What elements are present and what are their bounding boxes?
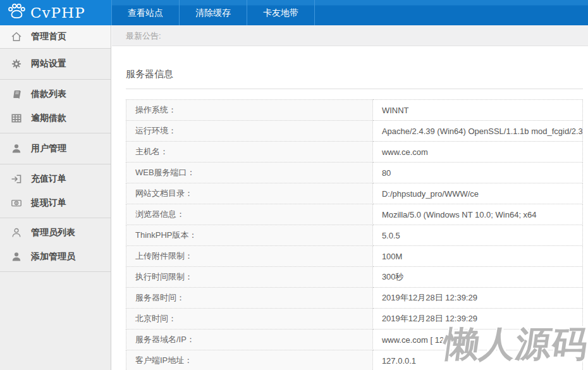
app-logo[interactable]: CvPHP: [0, 0, 111, 25]
sidebar-item-label: 提现订单: [31, 197, 66, 209]
sidebar: 管理首页 网站设置 借款列表 逾期借款 用户管理 充值订单 提现订单 管理员列表…: [0, 25, 111, 370]
info-value: 5.0.5: [372, 225, 582, 246]
server-info-row: 主机名： www.ce.com: [126, 142, 583, 163]
info-label: ThinkPHP版本：: [126, 225, 373, 246]
info-label: 操作系统：: [126, 100, 373, 121]
sidebar-item-label: 用户管理: [31, 143, 66, 154]
server-info-row: 北京时间： 2019年12月28日 12:39:29: [126, 309, 583, 330]
server-info-row: ThinkPHP版本： 5.0.5: [126, 225, 583, 246]
info-value: D:/phpstudy_pro/WWW/ce: [372, 183, 582, 204]
sidebar-item-label: 网站设置: [31, 58, 66, 70]
main-area: 最新公告: 服务器信息 操作系统： WINNT 运行环境： Apache/2.4…: [112, 25, 588, 370]
info-label: WEB服务端口：: [126, 163, 373, 183]
sidebar-group-3: 用户管理: [0, 133, 111, 164]
info-value: 2019年12月28日 12:39:29: [372, 309, 582, 330]
info-label: 北京时间：: [126, 309, 373, 330]
title-divider: [126, 89, 583, 89]
info-value: www.ce.com [ 127.0.0.1 ]: [372, 330, 582, 350]
server-info-row: 操作系统： WINNT: [126, 100, 583, 121]
sidebar-item[interactable]: 管理首页: [0, 25, 111, 48]
sidebar-item-label: 充值订单: [31, 173, 66, 185]
server-info-body: 操作系统： WINNT 运行环境： Apache/2.4.39 (Win64) …: [126, 100, 583, 370]
info-label: 服务器域名/IP：: [126, 330, 373, 350]
info-label: 网站文档目录：: [126, 183, 373, 204]
logo-text: CvPHP: [30, 4, 85, 21]
user-outline-icon: [11, 227, 22, 238]
sidebar-item-label: 管理员列表: [31, 227, 75, 238]
notice-label: 最新公告:: [126, 31, 161, 40]
info-value: Mozilla/5.0 (Windows NT 10.0; Win64; x64: [372, 204, 582, 225]
gear-icon: [11, 58, 22, 70]
server-info-row: 执行时间限制： 300秒: [126, 267, 583, 288]
info-label: 上传附件限制：: [126, 246, 373, 267]
server-info-row: 服务器域名/IP： www.ce.com [ 127.0.0.1 ]: [126, 330, 583, 350]
info-label: 服务器时间：: [126, 288, 373, 309]
sidebar-item[interactable]: 充值订单: [0, 167, 111, 191]
top-bar: CvPHP 查看站点 清除缓存 卡友地带: [0, 0, 588, 25]
table-icon: [11, 113, 22, 124]
info-label: 客户端IP地址：: [126, 350, 373, 370]
sidebar-item[interactable]: 用户管理: [0, 137, 111, 161]
sidebar-item[interactable]: 借款列表: [0, 82, 111, 106]
server-info-row: 客户端IP地址： 127.0.0.1: [126, 350, 583, 370]
sidebar-item[interactable]: 网站设置: [0, 52, 111, 76]
server-info-row: 上传附件限制： 100M: [126, 246, 583, 267]
sidebar-group-4: 充值订单 提现订单: [0, 164, 111, 218]
content: 服务器信息 操作系统： WINNT 运行环境： Apache/2.4.39 (W…: [112, 68, 588, 370]
info-value: WINNT: [372, 100, 582, 121]
server-info-row: 浏览器信息： Mozilla/5.0 (Windows NT 10.0; Win…: [126, 204, 583, 225]
signin-icon: [11, 173, 22, 185]
book-icon: [11, 89, 22, 100]
sidebar-item-label: 管理首页: [31, 31, 66, 42]
sidebar-group-2: 借款列表 逾期借款: [0, 80, 111, 133]
server-info-row: 服务器时间： 2019年12月28日 12:39:29: [126, 288, 583, 309]
info-value: 2019年12月28日 12:39:29: [372, 288, 582, 309]
info-value: 100M: [372, 246, 582, 267]
sidebar-group-5: 管理员列表 添加管理员: [0, 218, 111, 272]
user-add-icon: [11, 251, 22, 262]
info-value: 80: [372, 163, 582, 183]
sidebar-item[interactable]: 管理员列表: [0, 221, 111, 245]
sidebar-item[interactable]: 逾期借款: [0, 106, 111, 130]
admin-app: CvPHP 查看站点 清除缓存 卡友地带 管理首页 网站设置 借款列表 逾期借款…: [0, 0, 588, 370]
topnav-item-0[interactable]: 查看站点: [111, 0, 180, 25]
topnav-item-1[interactable]: 清除缓存: [180, 0, 247, 25]
server-info-table: 操作系统： WINNT 运行环境： Apache/2.4.39 (Win64) …: [126, 99, 583, 370]
info-value: www.ce.com: [372, 142, 582, 163]
sidebar-item[interactable]: 提现订单: [0, 191, 111, 215]
sidebar-item-label: 借款列表: [31, 89, 66, 100]
banknote-icon: [11, 197, 22, 209]
info-label: 浏览器信息：: [126, 204, 373, 225]
sidebar-group-1: 网站设置: [0, 49, 111, 80]
top-nav: 查看站点 清除缓存 卡友地带: [111, 0, 315, 25]
paw-icon: [6, 1, 27, 24]
info-label: 运行环境：: [126, 121, 373, 142]
sidebar-item-label: 逾期借款: [31, 113, 66, 124]
page-title: 服务器信息: [126, 68, 583, 80]
home-icon: [11, 31, 22, 42]
sidebar-item[interactable]: 添加管理员: [0, 245, 111, 269]
info-label: 主机名：: [126, 142, 373, 163]
server-info-row: 网站文档目录： D:/phpstudy_pro/WWW/ce: [126, 183, 583, 204]
sidebar-item-label: 添加管理员: [31, 251, 75, 262]
info-value: Apache/2.4.39 (Win64) OpenSSL/1.1.1b mod…: [372, 121, 582, 142]
server-info-row: 运行环境： Apache/2.4.39 (Win64) OpenSSL/1.1.…: [126, 121, 583, 142]
user-icon: [11, 143, 22, 154]
info-value: 127.0.0.1: [372, 350, 582, 370]
info-label: 执行时间限制：: [126, 267, 373, 288]
notice-bar: 最新公告:: [112, 25, 588, 46]
server-info-row: WEB服务端口： 80: [126, 163, 583, 183]
sidebar-group-0: 管理首页: [0, 25, 111, 49]
topnav-item-2[interactable]: 卡友地带: [247, 0, 315, 25]
info-value: 300秒: [372, 267, 582, 288]
